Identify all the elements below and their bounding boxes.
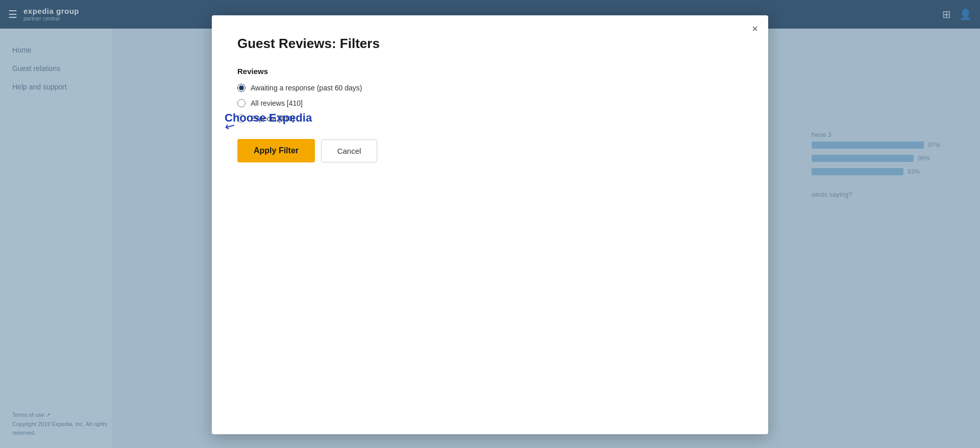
cancel-button[interactable]: Cancel — [321, 139, 377, 162]
button-row: Apply Filter Cancel — [237, 139, 743, 162]
radio-item-awaiting[interactable]: Awaiting a response (past 60 days) — [237, 84, 743, 92]
radio-all-label: All reviews [410] — [251, 99, 303, 107]
radio-awaiting[interactable] — [237, 84, 246, 92]
apply-filter-button[interactable]: Apply Filter — [237, 139, 315, 162]
radio-awaiting-label: Awaiting a response (past 60 days) — [251, 84, 362, 92]
reviews-section-label: Reviews — [237, 67, 743, 76]
modal-title: Guest Reviews: Filters — [237, 36, 743, 52]
radio-item-all[interactable]: All reviews [410] — [237, 99, 743, 107]
radio-item-expedia[interactable]: Expedia [410] — [237, 114, 743, 123]
radio-expedia-label: Expedia [410] — [251, 114, 295, 123]
radio-all[interactable] — [237, 99, 246, 107]
modal-close-button[interactable]: × — [752, 23, 758, 34]
radio-group: Awaiting a response (past 60 days) All r… — [237, 84, 743, 123]
radio-expedia[interactable] — [237, 114, 246, 123]
filter-modal: × Guest Reviews: Filters Reviews Awaitin… — [212, 15, 768, 434]
